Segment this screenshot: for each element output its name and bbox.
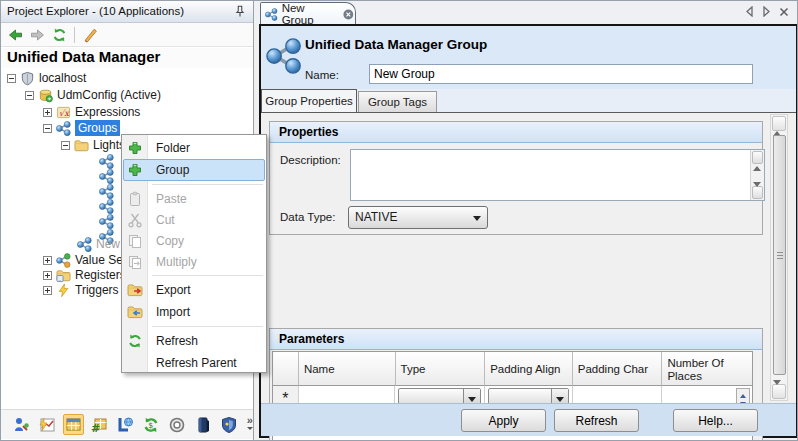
- document-tab-new-group[interactable]: New Group: [260, 2, 356, 25]
- menu-item-import[interactable]: Import: [122, 301, 266, 323]
- currency-refresh-app-icon[interactable]: $: [141, 414, 162, 435]
- explorer-header: Unified Data Manager: [1, 48, 253, 68]
- data-type-combobox[interactable]: NATIVE: [348, 206, 488, 229]
- svg-text:#: #: [91, 422, 100, 434]
- menu-item-cut: Cut: [122, 209, 266, 230]
- column-header-number-of-places[interactable]: Number Of Places: [662, 352, 752, 386]
- expand-icon[interactable]: [43, 108, 52, 117]
- menu-item-multiply: Multiply: [122, 251, 266, 272]
- document-area: Unified Data Manager Group Name: Group P…: [259, 24, 798, 438]
- tree-item-expressions[interactable]: Expressions: [43, 104, 140, 120]
- menu-item-export[interactable]: Export: [122, 279, 266, 301]
- tree-item-lights-folder[interactable]: Lights: [61, 137, 125, 153]
- tab-group-properties[interactable]: Group Properties: [261, 89, 357, 112]
- tab-nav-buttons: [745, 6, 789, 17]
- back-button[interactable]: [6, 26, 24, 44]
- collapse-icon[interactable]: [25, 91, 34, 100]
- menu-separator: [122, 272, 266, 279]
- tree-item-triggers[interactable]: Triggers: [43, 282, 119, 298]
- scroll-up-icon[interactable]: [752, 151, 763, 164]
- table-hash-app-icon[interactable]: #: [89, 414, 110, 435]
- expand-icon[interactable]: [43, 271, 52, 280]
- column-header-padding-char[interactable]: Padding Char: [573, 352, 663, 386]
- menu-item-refresh-parent[interactable]: Refresh Parent: [122, 352, 266, 374]
- menu-separator: [122, 181, 266, 188]
- tree-item-group-child[interactable]: [95, 198, 118, 214]
- column-header-name[interactable]: Name: [299, 352, 396, 386]
- user-tool-app-icon[interactable]: [11, 414, 32, 435]
- scissors-icon: [127, 212, 143, 228]
- tree-item-groups[interactable]: Groups: [43, 120, 120, 136]
- tree-item-group-child[interactable]: [95, 213, 118, 229]
- book-app-icon[interactable]: [193, 414, 214, 435]
- content-scrollbar[interactable]: [770, 114, 788, 401]
- scroll-up-icon[interactable]: [772, 116, 786, 131]
- properties-groupbox: Properties Description: Data Type: NATIV…: [269, 121, 763, 235]
- name-input[interactable]: [369, 64, 753, 84]
- description-scrollbar[interactable]: [750, 150, 764, 200]
- close-document-icon[interactable]: [779, 7, 789, 17]
- description-field-wrap: [350, 149, 765, 201]
- tree-item-group-child[interactable]: [95, 168, 118, 184]
- expression-icon: [56, 105, 71, 120]
- tree-item-group-child[interactable]: [95, 153, 118, 169]
- expand-icon[interactable]: [43, 256, 52, 265]
- tab-close-icon[interactable]: [342, 8, 355, 21]
- toolbar-separator: [74, 27, 75, 43]
- application-icon-bar: # $ »: [1, 409, 253, 439]
- document-title: Unified Data Manager Group: [305, 37, 487, 52]
- collapse-icon[interactable]: [61, 141, 70, 150]
- scroll-tabs-left-icon[interactable]: [745, 6, 754, 17]
- trigger-chart-app-icon[interactable]: [37, 414, 58, 435]
- forward-button[interactable]: [28, 26, 46, 44]
- tab-group-tags[interactable]: Group Tags: [358, 91, 437, 112]
- tree-item-registers[interactable]: Registers: [43, 267, 126, 283]
- scrollbar-thumb[interactable]: [773, 135, 786, 375]
- tree-item-localhost[interactable]: localhost: [7, 70, 86, 86]
- menu-item-folder[interactable]: Folder: [122, 137, 266, 159]
- scroll-down-icon[interactable]: [772, 384, 786, 399]
- share-icon: [99, 214, 114, 229]
- refresh-button[interactable]: [50, 26, 68, 44]
- refresh-button[interactable]: Refresh: [554, 409, 639, 432]
- value-set-icon: [56, 253, 71, 268]
- description-label: Description:: [280, 154, 341, 166]
- splitter-handle[interactable]: [1, 401, 253, 409]
- column-header-padding-align[interactable]: Padding Align: [485, 352, 573, 386]
- menu-item-refresh[interactable]: Refresh: [122, 330, 266, 352]
- expand-icon[interactable]: [43, 286, 52, 295]
- collapse-icon[interactable]: [7, 74, 16, 83]
- scroll-tabs-right-icon[interactable]: [762, 6, 771, 17]
- lens-app-icon[interactable]: [167, 414, 188, 435]
- tree-item-value-sets[interactable]: Value Sets: [43, 252, 132, 268]
- add-icon: [127, 140, 143, 156]
- register-icon: [56, 268, 71, 283]
- shield-app-icon[interactable]: [219, 414, 240, 435]
- table-app-icon-selected[interactable]: [63, 414, 84, 435]
- help-button[interactable]: Help...: [673, 409, 758, 432]
- section-tabs: Group Properties Group Tags: [261, 89, 796, 112]
- document-tab-strip: New Group: [254, 1, 797, 25]
- description-textarea[interactable]: [351, 150, 750, 200]
- tree-item-udmconfig[interactable]: UdmConfig (Active): [25, 87, 161, 103]
- edit-button[interactable]: [81, 26, 99, 44]
- scroll-down-icon[interactable]: [752, 186, 763, 199]
- overflow-chevron[interactable]: »: [247, 417, 253, 433]
- add-icon: [127, 162, 143, 178]
- share-icon: [99, 154, 114, 169]
- grid-header-row: Name Type Padding Align Padding Char Num…: [273, 352, 752, 386]
- column-header-type[interactable]: Type: [396, 352, 486, 386]
- chevron-down-icon: [473, 216, 481, 225]
- lightning-icon: [56, 283, 71, 298]
- spin-up-icon[interactable]: [737, 389, 749, 398]
- data-type-label: Data Type:: [280, 211, 335, 223]
- tree-item-group-child[interactable]: [95, 183, 118, 199]
- menu-item-copy: Copy: [122, 230, 266, 251]
- pin-icon[interactable]: [233, 5, 247, 19]
- thumb-grip: [777, 252, 783, 253]
- menu-item-group[interactable]: Group: [122, 159, 266, 181]
- collapse-icon[interactable]: [43, 124, 52, 133]
- apply-button[interactable]: Apply: [461, 409, 546, 432]
- globe-l-app-icon[interactable]: [115, 414, 136, 435]
- selected-tree-label[interactable]: Groups: [75, 120, 120, 136]
